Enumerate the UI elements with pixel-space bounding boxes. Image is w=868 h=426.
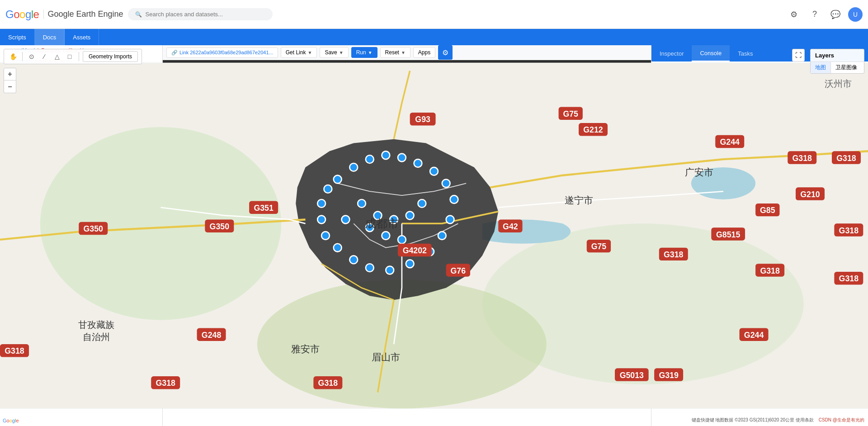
svg-text:雅安市: 雅安市 [291,344,320,355]
svg-text:G318: G318 [163,379,175,388]
user-avatar[interactable]: U [848,7,863,22]
topbar: Google Google Earth Engine 🔍 ⚙ ? 💬 U [0,0,868,29]
search-input[interactable] [146,11,263,18]
search-bar[interactable]: 🔍 [128,8,273,20]
settings-icon[interactable]: ⚙ [786,6,802,23]
app-logo: Google Google Earth Engine [5,8,123,21]
notifications-icon[interactable]: 💬 [827,6,844,23]
google-wordmark: Google [5,8,39,21]
tab-assets[interactable]: Assets [65,29,99,45]
app-name: Google Earth Engine [43,9,123,19]
nav-tabs: Scripts Docs Assets [0,29,868,45]
tab-scripts[interactable]: Scripts [0,29,35,45]
map-svg: 成都市 遂宁市 广安市 甘孜藏族 自治州 雅安市 眉山市 沃州市 G93 G35… [163,282,651,426]
map-area: 成都市 遂宁市 广安市 甘孜藏族 自治州 雅安市 眉山市 沃州市 G93 G35… [163,282,651,426]
svg-text:G248: G248 [202,331,222,340]
center-panel: 🔗 Link 2622a0a9603f0a68e29ad867e2041... … [163,45,651,426]
search-icon: 🔍 [135,11,142,18]
svg-text:G318: G318 [318,379,338,388]
main-area: →| getMap(visParams, callback) →| simpli… [0,45,868,426]
svg-text:G5013: G5013 [620,371,644,380]
tab-docs[interactable]: Docs [35,29,65,45]
svg-text:眉山市: 眉山市 [372,352,400,363]
help-icon[interactable]: ? [807,6,823,23]
